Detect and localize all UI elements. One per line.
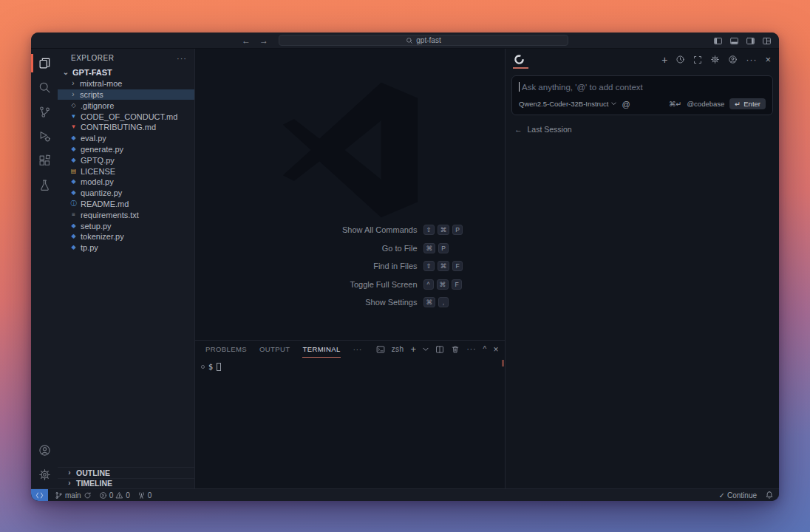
chevron-right-icon: › — [66, 469, 73, 477]
branch-status-item[interactable]: main — [51, 491, 95, 499]
explorer-activity-icon[interactable] — [31, 51, 58, 75]
forward-arrow-icon[interactable]: → — [259, 36, 268, 45]
enter-button[interactable]: ↵ Enter — [729, 98, 766, 109]
model-selector[interactable]: Qwen2.5-Coder-32B-Instruct — [519, 100, 616, 108]
python-icon: ◆ — [69, 157, 78, 163]
panel-tabs-more-icon[interactable]: ··· — [353, 341, 363, 358]
source-control-activity-icon[interactable] — [31, 100, 58, 124]
chat-header-actions: + ··· × — [661, 54, 771, 65]
explorer-more-icon[interactable]: ··· — [177, 54, 187, 63]
tree-file-tokenizer-py[interactable]: ◆tokenizer.py — [58, 231, 194, 242]
tree-folder-scripts[interactable]: ›scripts — [58, 89, 194, 100]
keycap: ⌘ — [423, 297, 436, 307]
split-terminal-icon[interactable] — [435, 345, 444, 354]
remote-indicator[interactable] — [31, 489, 48, 501]
testing-activity-icon[interactable] — [31, 173, 58, 197]
section-outline[interactable]: ›OUTLINE — [58, 467, 194, 478]
sidebar-sections: ›OUTLINE›TIMELINE — [58, 467, 194, 488]
file-label: tp.py — [81, 243, 98, 252]
keycap: , — [438, 297, 449, 307]
python-icon: ◆ — [69, 135, 78, 141]
terminal-content[interactable]: $ — [195, 358, 505, 371]
error-count: 0 — [109, 491, 114, 499]
tree-file-gptq-py[interactable]: ◆GPTQ.py — [58, 154, 194, 166]
extensions-activity-icon[interactable] — [31, 149, 58, 173]
python-icon: ◆ — [69, 190, 78, 196]
settings-activity-icon[interactable] — [31, 463, 58, 487]
warning-icon — [115, 491, 123, 499]
accounts-activity-icon[interactable] — [31, 438, 58, 463]
toggle-secondary-sidebar-icon[interactable] — [746, 36, 755, 46]
tree-file-model-py[interactable]: ◆model.py — [58, 177, 194, 188]
tree-file-tp-py[interactable]: ◆tp.py — [58, 242, 194, 253]
problems-status-item[interactable]: 0 0 — [95, 491, 134, 499]
panel-tab-problems[interactable]: PROBLEMS — [205, 341, 247, 358]
gear-icon[interactable] — [710, 55, 720, 64]
chat-close-icon[interactable]: × — [765, 54, 771, 65]
chevron-right-icon: › — [66, 480, 73, 487]
tree-root-folder[interactable]: ⌄ GPT-FAST — [58, 67, 194, 78]
account-icon[interactable] — [728, 55, 738, 64]
tree-file-code-of-conduct-md[interactable]: ▼CODE_OF_CONDUCT.md — [58, 111, 194, 122]
file-tree: ⌄ GPT-FAST ›mixtral-moe›scripts◇.gitigno… — [58, 67, 194, 467]
frame-icon[interactable] — [693, 55, 702, 64]
extensions-icon — [38, 154, 51, 167]
chat-input-line[interactable]: Ask anything, '@' to add context — [519, 82, 766, 92]
panel-maximize-icon[interactable]: ^ — [483, 345, 486, 353]
search-value: gpt-fast — [416, 36, 440, 44]
tree-file-eval-py[interactable]: ◆eval.py — [58, 133, 194, 144]
python-icon: ◆ — [69, 245, 78, 250]
new-chat-icon[interactable]: + — [661, 55, 667, 65]
remote-icon — [35, 491, 44, 499]
customize-layout-icon[interactable] — [762, 36, 772, 46]
history-icon[interactable] — [675, 55, 685, 64]
terminal-cursor — [217, 363, 221, 371]
run-debug-activity-icon[interactable] — [31, 124, 58, 149]
file-label: generate.py — [81, 145, 123, 154]
tree-file-license[interactable]: ▤LICENSE — [58, 166, 194, 177]
branch-name: main — [65, 491, 81, 499]
tree-file-setup-py[interactable]: ◆setup.py — [58, 220, 194, 231]
tree-file-quantize-py[interactable]: ◆quantize.py — [58, 188, 194, 199]
continue-status-item[interactable]: ✓ Continue — [715, 491, 760, 499]
terminal-dropdown-icon[interactable] — [423, 347, 429, 352]
toggle-primary-sidebar-icon[interactable] — [713, 36, 723, 46]
tree-folder-mixtral-moe[interactable]: ›mixtral-moe — [58, 78, 194, 89]
bell-icon[interactable] — [765, 491, 774, 499]
ai-chat-panel: + ··· × Ask anything, '@' to add context — [505, 49, 779, 488]
back-arrow-icon[interactable]: ← — [242, 36, 251, 45]
chat-header: + ··· × — [506, 49, 779, 70]
new-terminal-icon[interactable]: + — [410, 344, 416, 355]
shortcut-label: Find in Files — [228, 262, 418, 270]
panel-more-icon[interactable]: ··· — [466, 345, 476, 353]
chat-input-box[interactable]: Ask anything, '@' to add context Qwen2.5… — [511, 75, 773, 115]
add-context-icon[interactable]: @ — [622, 100, 630, 109]
section-timeline[interactable]: ›TIMELINE — [58, 478, 194, 489]
command-center-search[interactable]: gpt-fast — [279, 35, 568, 46]
tree-file-readme-md[interactable]: ⓘREADME.md — [58, 199, 194, 210]
search-activity-icon[interactable] — [31, 75, 58, 100]
tree-file-generate-py[interactable]: ◆generate.py — [58, 144, 194, 155]
chat-more-icon[interactable]: ··· — [746, 55, 757, 65]
check-icon: ✓ — [719, 491, 725, 499]
panel-tab-terminal[interactable]: TERMINAL — [302, 341, 340, 358]
last-session-link[interactable]: ← Last Session — [506, 115, 779, 143]
model-name: Qwen2.5-Coder-32B-Instruct — [519, 100, 608, 108]
shortcut-row: Go to File⌘P — [228, 243, 472, 253]
tree-file-contributing-md[interactable]: ▼CONTRIBUTING.md — [58, 122, 194, 133]
terminal-icon — [376, 345, 385, 354]
panel-tab-output[interactable]: OUTPUT — [259, 341, 290, 358]
codebase-label[interactable]: @codebase — [687, 100, 724, 108]
debug-icon — [38, 130, 51, 143]
tree-file-requirements-txt[interactable]: ≡requirements.txt — [58, 209, 194, 220]
tree-file--gitignore[interactable]: ◇.gitignore — [58, 100, 194, 111]
panel-tab-bar: PROBLEMSOUTPUTTERMINAL ··· zsh + ··· ^ × — [195, 341, 505, 358]
panel-close-icon[interactable]: × — [494, 344, 499, 355]
chat-placeholder: Ask anything, '@' to add context — [522, 83, 643, 92]
ports-status-item[interactable]: 0 — [134, 491, 156, 499]
trash-icon[interactable] — [451, 345, 460, 354]
keycap: ⇧ — [423, 225, 435, 235]
toggle-panel-icon[interactable] — [729, 36, 739, 46]
info-icon: ⓘ — [69, 201, 78, 207]
file-label: tokenizer.py — [81, 232, 124, 241]
